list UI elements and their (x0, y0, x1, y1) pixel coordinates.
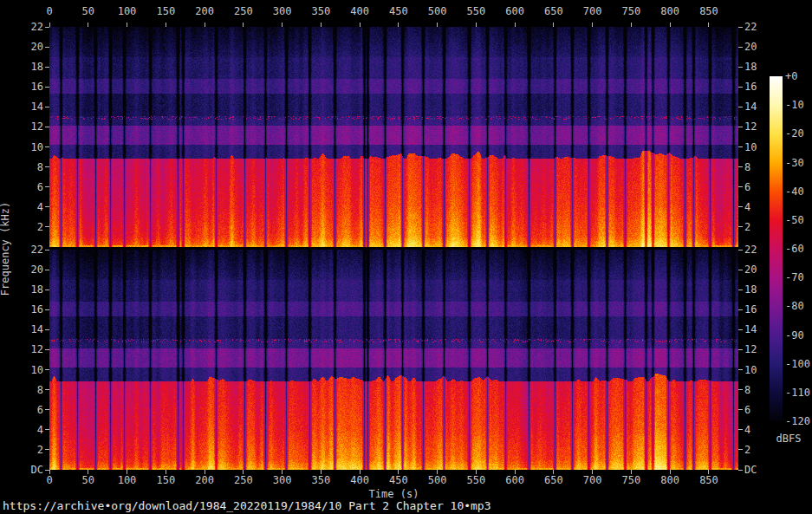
tick-mark (45, 107, 49, 107)
time-tick-label: 850 (699, 475, 718, 486)
freq-tick-label: 14 (744, 101, 757, 113)
time-tick-label: 350 (312, 475, 331, 486)
time-tick-label: 0 (46, 6, 52, 17)
tick-mark (738, 206, 743, 207)
tick-mark (127, 23, 127, 27)
tick-mark (476, 23, 477, 27)
spectrogram-channel-1 (49, 27, 738, 247)
colorbar-tick-label: -110 (785, 387, 810, 398)
tick-mark (88, 470, 88, 474)
colorbar-tick-label: +0 (785, 71, 797, 82)
freq-tick-label: 10 (0, 141, 43, 153)
freq-tick-label: 18 (0, 284, 43, 296)
colorbar-tick-label: -90 (785, 329, 804, 341)
freq-tick-label: 18 (744, 62, 757, 73)
freq-tick-label: 14 (0, 324, 43, 335)
time-tick-label: 50 (82, 475, 94, 486)
tick-mark (127, 470, 127, 474)
tick-mark (738, 226, 743, 227)
time-tick-label: 500 (428, 6, 447, 17)
time-tick-label: 750 (622, 6, 641, 17)
tick-mark (738, 329, 743, 330)
tick-mark (205, 470, 205, 474)
tick-mark (437, 23, 438, 27)
spectrogram-channel-2 (49, 250, 738, 470)
tick-mark (398, 470, 399, 474)
tick-mark (738, 369, 743, 370)
time-tick-label: 550 (467, 6, 486, 17)
freq-tick-label: DC (744, 465, 757, 476)
time-tick-label: 400 (350, 475, 369, 486)
tick-mark (243, 23, 244, 27)
tick-mark (738, 87, 743, 88)
time-tick-label: 600 (505, 475, 524, 486)
tick-mark (205, 23, 205, 27)
tick-mark (738, 349, 743, 350)
freq-tick-label: 22 (744, 244, 757, 256)
tick-mark (45, 127, 49, 127)
time-tick-label: 400 (350, 6, 369, 17)
tick-mark (515, 470, 516, 474)
tick-mark (738, 250, 743, 250)
tick-mark (738, 270, 743, 270)
colorbar-tick-label: -30 (785, 157, 804, 168)
tick-mark (592, 23, 593, 27)
tick-mark (738, 389, 743, 390)
tick-mark (738, 429, 743, 430)
freq-tick-label: 14 (0, 101, 43, 113)
tick-mark (738, 290, 743, 290)
time-tick-label: 650 (544, 475, 563, 486)
freq-tick-label: 20 (0, 42, 43, 53)
tick-mark (398, 23, 399, 27)
freq-tick-label: 10 (0, 364, 43, 375)
time-tick-label: 150 (156, 6, 175, 17)
freq-tick-label: 6 (0, 181, 43, 192)
tick-mark (49, 470, 50, 474)
tick-mark (738, 27, 743, 28)
freq-tick-label: 8 (0, 384, 43, 395)
time-tick-label: 700 (583, 475, 602, 486)
time-tick-label: 450 (389, 6, 408, 17)
freq-tick-label: 16 (744, 304, 757, 316)
freq-tick-label: 14 (744, 324, 757, 335)
tick-mark (476, 470, 477, 474)
time-tick-label: 600 (505, 6, 524, 17)
time-tick-label: 850 (699, 6, 718, 17)
freq-tick-label: 2 (0, 444, 43, 455)
tick-mark (282, 23, 283, 27)
tick-mark (670, 23, 671, 27)
freq-tick-label: 18 (744, 284, 757, 296)
tick-mark (282, 470, 283, 474)
colorbar-tick-label: -120 (785, 416, 810, 427)
tick-mark (670, 470, 671, 474)
time-tick-label: 750 (622, 475, 641, 486)
time-tick-label: 700 (583, 6, 602, 17)
tick-mark (45, 389, 49, 390)
tick-mark (45, 67, 49, 68)
tick-mark (166, 470, 166, 474)
time-tick-label: 300 (273, 475, 292, 486)
colorbar-tick-label: -70 (785, 272, 804, 283)
freq-tick-label: 16 (0, 81, 43, 93)
freq-tick-label: 16 (744, 81, 757, 93)
time-tick-label: 250 (234, 6, 253, 17)
tick-mark (45, 369, 49, 370)
tick-mark (45, 309, 49, 310)
tick-mark (708, 470, 709, 474)
tick-mark (515, 23, 516, 27)
tick-mark (45, 47, 49, 48)
tick-mark (45, 146, 49, 147)
tick-mark (553, 23, 554, 27)
freq-tick-label: 2 (744, 221, 750, 232)
freq-tick-label: 20 (0, 264, 43, 276)
tick-mark (738, 107, 743, 107)
tick-mark (45, 186, 49, 187)
time-tick-label: 450 (389, 475, 408, 486)
freq-tick-label: 12 (0, 344, 43, 355)
time-tick-label: 350 (312, 6, 331, 17)
tick-mark (166, 23, 166, 27)
freq-tick-label: 22 (744, 22, 757, 33)
freq-tick-label: 22 (0, 244, 43, 256)
colorbar (770, 76, 783, 421)
time-tick-label: 0 (46, 475, 52, 486)
